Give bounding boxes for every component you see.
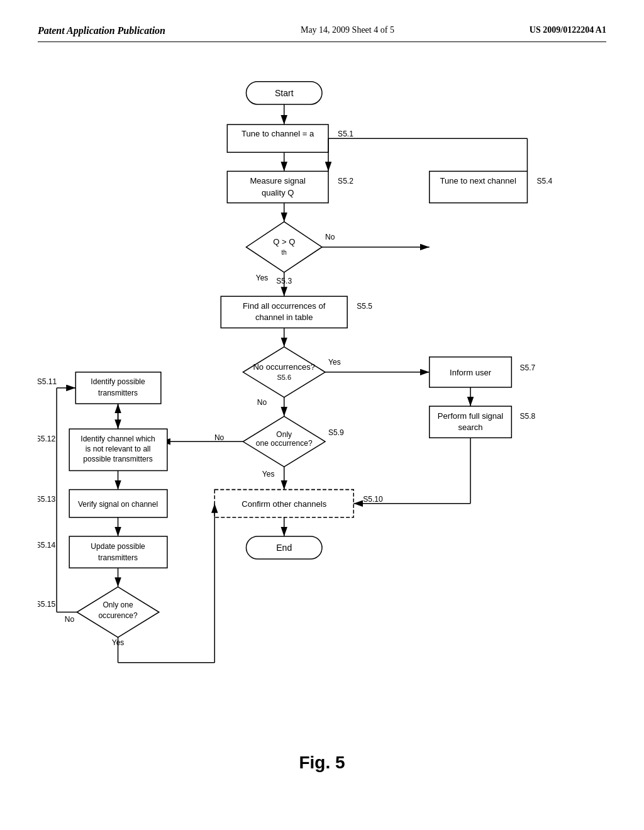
s514-label2: transmitters xyxy=(98,553,138,562)
s512-label3: possible transmitters xyxy=(83,455,152,463)
end-label: End xyxy=(276,543,292,553)
s58-label2: search xyxy=(458,423,482,432)
s53-label2: th xyxy=(282,249,287,256)
s53-yes-label: Yes xyxy=(256,274,269,282)
s511-label1: Identify possible xyxy=(91,377,145,386)
flowchart-area: Start Tune to channel = a S5.1 Measure s… xyxy=(38,55,606,746)
s55-label2: channel in table xyxy=(255,313,313,322)
s513-step: S5.13 xyxy=(38,495,55,504)
s56-label1: No occurrences? xyxy=(253,362,315,372)
s55-step: S5.5 xyxy=(357,302,372,311)
s512-step: S5.12 xyxy=(38,434,55,443)
fig-label: Fig. 5 xyxy=(38,753,606,773)
s52-label1: Measure signal xyxy=(250,176,306,185)
s54-step: S5.4 xyxy=(537,177,553,185)
s515-no-label: No xyxy=(65,615,75,624)
s59-no-label: No xyxy=(214,433,225,442)
s511-step: S5.11 xyxy=(38,377,57,386)
s52-label2: quality Q xyxy=(262,188,294,197)
s55-label1: Find all occurrences of xyxy=(243,301,326,311)
svg-marker-8 xyxy=(246,222,322,272)
s510-step: S5.10 xyxy=(363,495,383,504)
s58-label1: Perform full signal xyxy=(438,411,504,421)
publication-title: Patent Application Publication xyxy=(38,25,165,36)
svg-rect-37 xyxy=(69,536,167,568)
start-label: Start xyxy=(275,88,294,98)
svg-marker-16 xyxy=(243,347,325,397)
s515-label1: Only one xyxy=(103,600,133,609)
s515-step: S5.15 xyxy=(38,600,55,609)
s56-yes-label: Yes xyxy=(328,358,341,367)
s58-step: S5.8 xyxy=(519,412,535,421)
s510-label: Confirm other channels xyxy=(242,499,326,509)
s511-label2: transmitters xyxy=(98,389,138,397)
s56-no-label: No xyxy=(257,398,267,407)
s59-label1: Only xyxy=(276,430,292,439)
s512-label2: is not relevant to all xyxy=(86,445,151,453)
s59-step: S5.9 xyxy=(328,428,344,437)
s54-label1: Tune to next channel xyxy=(440,176,516,185)
s56-step: S5.6 xyxy=(277,374,291,381)
s52-step: S5.2 xyxy=(338,177,353,185)
s59-yes-label: Yes xyxy=(262,470,275,479)
s57-label: Inform user xyxy=(450,368,492,377)
page: Patent Application Publication May 14, 2… xyxy=(0,0,644,830)
s513-label: Verify signal on channel xyxy=(78,500,158,509)
s514-label1: Update possible xyxy=(91,542,145,551)
s57-step: S5.7 xyxy=(519,363,535,372)
page-header: Patent Application Publication May 14, 2… xyxy=(38,25,606,42)
flowchart-svg: Start Tune to channel = a S5.1 Measure s… xyxy=(38,55,606,746)
s51-step: S5.1 xyxy=(338,130,353,138)
s53-label1: Q > Q xyxy=(273,237,295,246)
s53-no-label: No xyxy=(325,233,335,241)
s51-label: Tune to channel = a xyxy=(242,129,314,138)
publication-number: US 2009/0122204 A1 xyxy=(530,25,606,35)
s515-label2: occurence? xyxy=(98,611,138,620)
publication-date: May 14, 2009 Sheet 4 of 5 xyxy=(301,25,394,35)
s59-label2: one occurrence? xyxy=(256,439,313,448)
s512-label1: Identify channel which xyxy=(80,434,155,443)
s514-step: S5.14 xyxy=(38,541,55,550)
